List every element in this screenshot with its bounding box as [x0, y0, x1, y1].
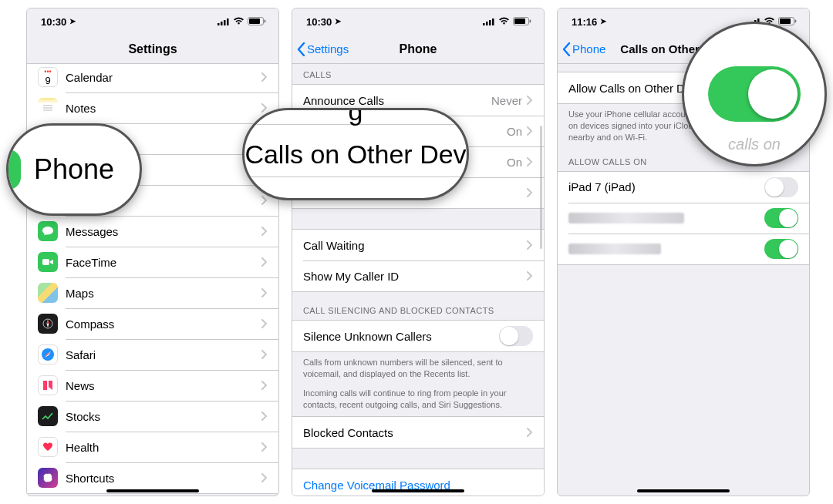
calendar-icon: •••9	[38, 67, 58, 87]
battery-icon	[778, 16, 797, 28]
footer-silence-2: Incoming calls will continue to ring fro…	[292, 386, 544, 417]
svg-rect-6	[265, 19, 266, 22]
chevron-right-icon	[261, 288, 268, 297]
toggle-device-3[interactable]	[764, 239, 798, 259]
settings-row-facetime[interactable]: FaceTime	[27, 247, 278, 277]
footer-silence-1: Calls from unknown numbers will be silen…	[292, 352, 544, 386]
svg-rect-13	[42, 259, 49, 265]
cellular-icon	[218, 16, 230, 28]
settings-row-messages[interactable]: Messages	[27, 216, 278, 247]
safari-icon	[38, 344, 58, 365]
status-bar: 10:30 ➤	[27, 8, 278, 35]
chevron-right-icon	[527, 271, 533, 281]
chevron-right-icon	[261, 103, 268, 113]
home-indicator	[372, 489, 464, 492]
chevron-right-icon	[527, 157, 533, 166]
messages-icon	[38, 221, 58, 241]
shortcuts-icon	[38, 468, 58, 488]
row-call-waiting[interactable]: Call Waiting	[292, 230, 544, 260]
wifi-icon	[233, 16, 245, 28]
toggle-on-magnified	[708, 66, 801, 122]
status-time: 11:16	[572, 16, 597, 28]
svg-rect-0	[218, 23, 220, 25]
svg-rect-3	[227, 18, 229, 25]
chevron-right-icon	[261, 227, 268, 236]
chevron-right-icon	[527, 188, 533, 197]
battery-icon	[248, 16, 266, 28]
chevron-right-icon	[527, 240, 533, 250]
settings-row-notes[interactable]: Notes	[27, 92, 278, 123]
settings-row-news[interactable]: News	[27, 370, 278, 401]
facetime-icon	[38, 252, 58, 272]
svg-rect-34	[780, 18, 791, 24]
nav-bar: Settings	[27, 35, 278, 64]
magnifier-toggle: calls on	[682, 22, 827, 166]
svg-rect-17	[43, 473, 52, 482]
svg-rect-1	[221, 22, 223, 25]
location-icon: ➤	[335, 17, 341, 25]
svg-rect-28	[530, 19, 531, 22]
chevron-right-icon	[261, 196, 268, 205]
home-indicator	[637, 489, 730, 492]
wifi-icon	[498, 16, 510, 28]
page-title: Settings	[27, 42, 278, 56]
chevron-right-icon	[527, 96, 533, 105]
svg-rect-22	[483, 23, 485, 25]
row-device-redacted-2[interactable]	[558, 234, 809, 264]
svg-rect-5	[249, 18, 260, 24]
svg-rect-24	[489, 20, 491, 25]
settings-row-shortcuts[interactable]: Shortcuts	[27, 462, 278, 493]
toggle-device-2[interactable]	[764, 208, 798, 228]
battery-icon	[513, 16, 531, 28]
magnifier-phone: Phone	[6, 123, 142, 216]
svg-rect-2	[224, 20, 226, 25]
status-bar: 10:30 ➤	[292, 8, 544, 35]
section-header-silencing: CALL SILENCING AND BLOCKED CONTACTS	[292, 292, 544, 320]
screenshot-settings-root: 10:30 ➤ Settings •••9 Calendar	[26, 8, 279, 496]
scroll-indicator	[540, 126, 542, 249]
maps-icon	[38, 283, 58, 303]
row-silence-unknown[interactable]: Silence Unknown Callers	[292, 321, 544, 351]
chevron-right-icon	[261, 72, 268, 82]
chevron-right-icon	[261, 350, 268, 359]
settings-row-compass[interactable]: Compass	[27, 308, 278, 339]
chevron-right-icon	[261, 442, 268, 452]
stocks-icon	[38, 406, 58, 426]
cellular-icon	[483, 16, 495, 28]
chevron-right-icon	[261, 257, 268, 267]
svg-rect-27	[514, 18, 525, 24]
location-icon: ➤	[69, 17, 76, 25]
settings-row-stocks[interactable]: Stocks	[27, 401, 278, 432]
section-header-calls: CALLS	[292, 64, 544, 84]
chevron-right-icon	[261, 381, 268, 390]
row-show-my-caller-id[interactable]: Show My Caller ID	[292, 260, 544, 291]
row-device-ipad[interactable]: iPad 7 (iPad)	[558, 172, 809, 203]
settings-row-safari[interactable]: Safari	[27, 339, 278, 370]
health-icon	[38, 437, 58, 457]
magnifier-calls-other-devices: g Calls on Other Dev	[242, 108, 469, 200]
compass-icon	[38, 314, 58, 334]
toggle-device-ipad[interactable]	[764, 177, 798, 197]
page-title: Phone	[292, 42, 544, 56]
svg-rect-23	[486, 22, 488, 25]
settings-row-maps[interactable]: Maps	[27, 277, 278, 308]
nav-bar: Settings Phone	[292, 35, 544, 64]
news-icon	[38, 375, 58, 395]
phone-icon-peek	[8, 150, 21, 190]
toggle-silence-unknown[interactable]	[499, 326, 533, 346]
location-icon: ➤	[600, 17, 606, 25]
chevron-right-icon	[527, 126, 533, 136]
row-blocked-contacts[interactable]: Blocked Contacts	[292, 417, 544, 448]
row-device-redacted-1[interactable]	[558, 203, 809, 234]
status-time: 10:30	[306, 16, 332, 28]
settings-row-health[interactable]: Health	[27, 432, 278, 462]
svg-rect-25	[492, 18, 494, 25]
chevron-right-icon	[261, 473, 268, 482]
chevron-right-icon	[261, 319, 268, 328]
svg-rect-35	[795, 19, 797, 22]
chevron-right-icon	[527, 428, 533, 437]
screenshot-phone-settings: 10:30 ➤ Settings Phone CALLS Announce Ca…	[292, 8, 545, 496]
settings-row-calendar[interactable]: •••9 Calendar	[27, 64, 278, 92]
chevron-right-icon	[261, 412, 268, 421]
home-indicator	[106, 489, 199, 492]
